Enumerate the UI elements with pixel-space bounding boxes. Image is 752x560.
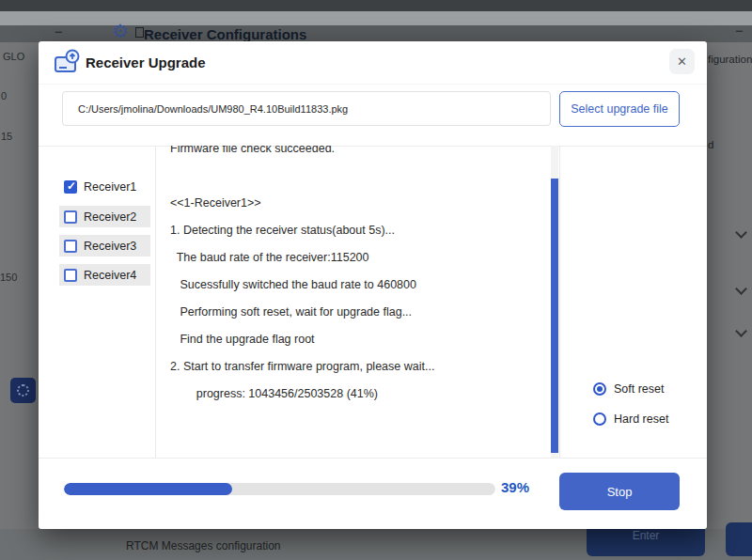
checkbox-icon[interactable] (64, 269, 77, 282)
receiver3-label: Receiver3 (84, 240, 136, 253)
receiver2-label: Receiver2 (84, 210, 136, 224)
receiver2-checkbox-row[interactable]: Receiver2 (59, 206, 150, 227)
receiver-upgrade-dialog: Receiver Upgrade ✕ Select upgrade file R… (39, 41, 707, 529)
gear-icon: ⚙ (112, 20, 129, 42)
log-line: 2. Start to transfer firmware program, p… (170, 353, 559, 381)
soft-reset-label: Soft reset (614, 382, 665, 396)
soft-reset-radio-row[interactable]: Soft reset (593, 380, 665, 398)
background-window-title: Receiver Configurations (144, 26, 306, 42)
log-line: <<1-Receiver1>> (170, 190, 559, 217)
close-icon[interactable]: ✕ (669, 49, 695, 74)
chevron-down-icon[interactable] (735, 325, 747, 337)
progress-bar-fill (64, 483, 232, 495)
rtcm-section-label: RTCM Messages configuration (126, 539, 281, 552)
progress-percent-label: 39% (501, 479, 529, 495)
receiver1-label: Receiver1 (84, 180, 136, 194)
checkbox-icon[interactable] (64, 240, 77, 253)
log-line: Sucessfully switched the baud rate to 46… (170, 272, 559, 299)
hard-reset-radio-row[interactable]: Hard reset (593, 410, 668, 428)
log-scrollbar-thumb[interactable] (551, 179, 558, 453)
select-upgrade-file-button[interactable]: Select upgrade file (559, 91, 680, 127)
minimize-icon[interactable]: − (55, 23, 63, 39)
hard-reset-label: Hard reset (614, 412, 668, 426)
background-text-fragment-d: d (708, 139, 713, 150)
chevron-down-icon[interactable] (735, 226, 747, 239)
chevron-down-icon[interactable] (735, 283, 747, 295)
window-top-strip (0, 0, 752, 11)
galileo-stars-ring (17, 384, 29, 397)
minimize-icon-right[interactable]: − (735, 23, 744, 39)
background-tick-0: 0 (1, 90, 7, 101)
background-tick-15: 15 (1, 131, 12, 142)
log-line (170, 163, 559, 190)
log-line: progress: 1043456/2503528 (41%) (170, 381, 559, 408)
upgrade-log-panel: Firmware file check succeeded. <<1-Recei… (155, 146, 560, 458)
log-scrollbar-track[interactable] (551, 146, 558, 458)
stop-button[interactable]: Stop (559, 473, 680, 510)
log-line: Performing soft reset, wait for upgrade … (170, 299, 559, 326)
progress-bar (64, 483, 495, 495)
checkbox-icon[interactable] (64, 210, 77, 224)
upgrade-file-path-input[interactable] (62, 91, 551, 126)
header-divider (39, 84, 707, 85)
log-line: The baud rate of the receiver:115200 (170, 244, 559, 272)
log-line: Firmware file check succeeded. (170, 146, 559, 163)
dialog-title: Receiver Upgrade (86, 54, 206, 70)
galileo-icon (10, 378, 36, 403)
background-label-glo: GLO (3, 51, 24, 62)
footer-divider (39, 458, 707, 459)
restore-window-icon[interactable] (135, 27, 144, 38)
radio-icon[interactable] (593, 382, 606, 396)
receiver1-checkbox-row[interactable]: Receiver1 (59, 176, 150, 197)
checkbox-icon[interactable] (64, 180, 77, 194)
background-tick-150: 150 (0, 272, 17, 283)
receiver4-checkbox-row[interactable]: Receiver4 (59, 264, 150, 286)
receiver4-label: Receiver4 (84, 269, 136, 282)
receiver-upgrade-icon (54, 49, 82, 79)
radio-icon[interactable] (593, 412, 606, 426)
background-text-fragment: figuration s (708, 54, 752, 65)
receiver3-checkbox-row[interactable]: Receiver3 (59, 235, 150, 257)
upgrade-log-content: Firmware file check succeeded. <<1-Recei… (156, 146, 559, 408)
log-line: Find the upgrade flag root (170, 326, 559, 353)
log-line: 1. Detecting the receiver status(about 5… (170, 217, 559, 244)
background-corner-button[interactable] (726, 522, 752, 556)
